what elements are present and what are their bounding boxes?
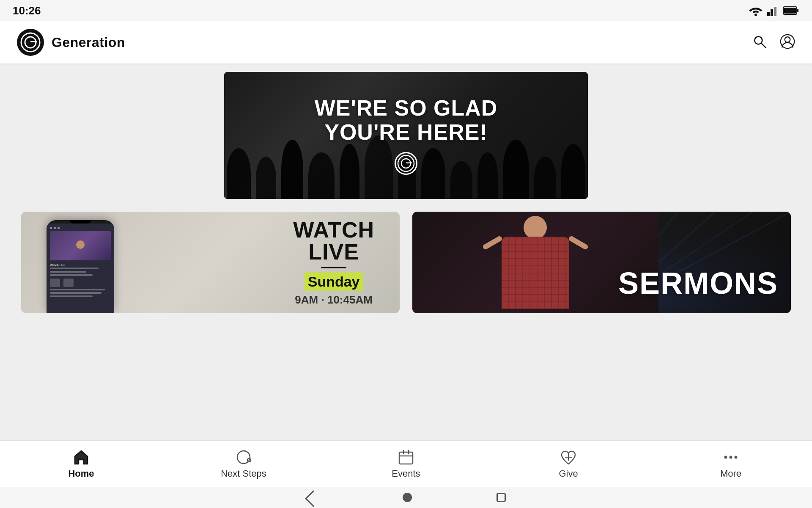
next-steps-icon	[235, 449, 252, 466]
nav-give-label: Give	[559, 468, 578, 479]
svg-point-38	[724, 456, 727, 458]
more-icon	[722, 449, 739, 466]
phone-mockup: Watch Live	[47, 220, 114, 313]
hero-logo	[315, 152, 498, 175]
svg-point-0	[754, 14, 757, 16]
cards-row: Watch Live	[0, 199, 812, 326]
svg-rect-1	[767, 12, 770, 16]
battery-icon	[783, 6, 799, 15]
watch-live-day: Sunday	[304, 273, 363, 291]
nav-next-steps-label: Next Steps	[221, 468, 266, 479]
home-icon	[73, 449, 90, 466]
hero-banner[interactable]: WE'RE SO GLAD YOU'RE HERE!	[224, 72, 588, 199]
bottom-nav: Home Next Steps Events Give	[0, 440, 812, 487]
watch-live-text: WATCH LIVE Sunday 9AM · 10:45AM	[293, 219, 374, 306]
svg-rect-10	[30, 41, 37, 42]
nav-more[interactable]: More	[650, 449, 812, 479]
svg-rect-32	[399, 452, 413, 464]
wifi-icon	[749, 5, 763, 16]
nav-more-label: More	[720, 468, 741, 479]
logo-icon	[17, 29, 44, 56]
svg-rect-4	[774, 7, 776, 16]
nav-events[interactable]: Events	[325, 449, 487, 479]
app-bar: Generation	[0, 21, 812, 64]
nav-events-label: Events	[392, 468, 420, 479]
svg-line-12	[761, 43, 766, 48]
nav-home-label: Home	[68, 468, 94, 479]
sermons-card[interactable]: SERMONS	[412, 212, 791, 313]
main-content: WE'RE SO GLAD YOU'RE HERE!	[0, 64, 812, 453]
status-time: 10:26	[13, 4, 41, 17]
android-nav-bar	[0, 487, 812, 508]
nav-next-steps[interactable]: Next Steps	[162, 449, 325, 479]
svg-rect-17	[406, 163, 412, 164]
status-bar: 10:26	[0, 0, 812, 21]
android-recents-button[interactable]	[497, 493, 506, 502]
hero-headline: WE'RE SO GLAD YOU'RE HERE!	[315, 96, 498, 144]
signal-icon	[767, 5, 779, 16]
events-icon	[398, 449, 414, 466]
watch-live-time: 9AM · 10:45AM	[293, 293, 374, 306]
app-title: Generation	[52, 35, 125, 50]
svg-point-14	[785, 37, 790, 42]
status-icons	[749, 5, 799, 16]
android-back-button[interactable]	[306, 491, 318, 503]
profile-button[interactable]	[780, 34, 795, 51]
app-logo-group: Generation	[17, 29, 125, 56]
app-bar-actions	[752, 34, 795, 51]
svg-rect-2	[771, 9, 773, 16]
svg-point-39	[730, 456, 732, 458]
give-icon	[560, 449, 577, 466]
sermons-label: SERMONS	[618, 266, 778, 301]
nav-home[interactable]: Home	[0, 449, 162, 479]
svg-rect-7	[784, 8, 796, 14]
svg-point-40	[735, 456, 738, 458]
android-home-button[interactable]	[403, 493, 412, 502]
nav-give[interactable]: Give	[487, 449, 650, 479]
search-button[interactable]	[752, 34, 767, 51]
svg-rect-6	[797, 9, 798, 12]
hero-text: WE'RE SO GLAD YOU'RE HERE!	[315, 96, 498, 175]
watch-live-card[interactable]: Watch Live	[21, 212, 400, 313]
